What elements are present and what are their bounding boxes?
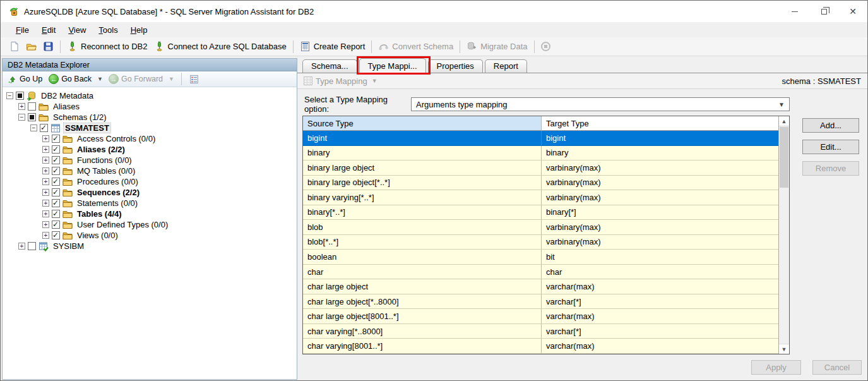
table-row[interactable]: char char [303, 265, 778, 280]
tree-expander[interactable]: + [42, 221, 49, 228]
edit-button[interactable]: Edit... [802, 140, 859, 154]
menu-item[interactable]: File [9, 23, 35, 37]
table-row[interactable]: blob varbinary(max) [303, 220, 778, 235]
table-row[interactable]: char varying[*..8000] varchar[*] [303, 324, 778, 339]
table-row[interactable]: binary large object varbinary(max) [303, 160, 778, 176]
menu-item[interactable]: Help [124, 23, 154, 37]
open-file-button[interactable] [23, 39, 40, 54]
save-button[interactable] [40, 39, 57, 54]
tab-schema[interactable]: Schema... [302, 59, 357, 73]
table-scrollbar[interactable]: ▲ ▼ [778, 116, 789, 354]
tree-checkbox[interactable] [52, 221, 60, 229]
new-file-button[interactable] [6, 39, 23, 54]
tree-item[interactable]: + User Defined Types (0/0) [3, 219, 297, 230]
tree-item[interactable]: + Aliases [3, 101, 297, 112]
tree-expander[interactable]: − [18, 114, 25, 121]
tree-checkbox[interactable] [40, 124, 48, 132]
tree-checkbox[interactable] [28, 102, 36, 111]
stop-button[interactable] [538, 40, 554, 53]
go-up-button[interactable]: Go Up [6, 73, 44, 85]
tree-checkbox[interactable] [52, 156, 60, 164]
tree-expander[interactable]: + [42, 146, 49, 153]
tree-item[interactable]: + Sequences (2/2) [3, 187, 297, 198]
go-back-button[interactable]: ← Go Back [47, 73, 93, 85]
close-button[interactable]: ✕ [838, 1, 867, 22]
tree-checkbox[interactable] [28, 242, 36, 250]
tab-type-mappi[interactable]: Type Mappi... [359, 58, 426, 73]
scroll-down-icon[interactable]: ▼ [779, 344, 789, 354]
mapping-option-combobox[interactable]: Arguments type mapping ▼ [411, 97, 790, 111]
tree-expander[interactable]: + [42, 178, 49, 185]
table-row[interactable]: boolean bit [303, 250, 778, 265]
table-row[interactable]: char large object varchar(max) [303, 279, 778, 294]
menu-item[interactable]: Edit [35, 23, 62, 37]
tree-item[interactable]: + Views (0/0) [3, 230, 297, 241]
tree-expander[interactable]: + [18, 103, 25, 110]
tree-checkbox[interactable] [52, 145, 60, 154]
table-row[interactable]: char varying[8001..*] varchar(max) [303, 339, 778, 354]
go-back-dropdown[interactable]: ▼ [96, 76, 104, 82]
cancel-button[interactable]: Cancel [812, 360, 862, 375]
type-mapping-menu-caret[interactable]: ▼ [372, 78, 378, 84]
tree-checkbox[interactable] [52, 199, 60, 207]
tree-expander[interactable]: + [18, 243, 25, 250]
tree-item[interactable]: + SYSIBM [3, 241, 297, 251]
table-row[interactable]: binary binary [303, 146, 778, 161]
tree-expander[interactable]: + [42, 210, 49, 217]
tree-expander[interactable]: + [42, 200, 49, 207]
column-header-target-type[interactable]: Target Type [542, 116, 778, 131]
tree-checkbox[interactable] [28, 113, 36, 121]
tree-expander[interactable]: − [6, 92, 13, 99]
tree-item[interactable]: + MQ Tables (0/0) [3, 166, 297, 176]
apply-button[interactable]: Apply [751, 360, 801, 375]
scrollbar-thumb[interactable] [780, 127, 788, 188]
tree-expander[interactable]: + [42, 135, 49, 142]
tree-expander[interactable]: − [30, 124, 37, 131]
tab-properties[interactable]: Properties [428, 59, 483, 73]
tree-checkbox[interactable] [52, 210, 60, 218]
minimize-button[interactable] [780, 1, 809, 22]
go-forward-dropdown[interactable]: ▼ [167, 76, 175, 82]
table-row[interactable]: bigint bigint [303, 131, 778, 146]
migrate-data-button[interactable]: Migrate Data [463, 39, 530, 54]
column-header-source-type[interactable]: Source Type [303, 116, 542, 131]
create-report-button[interactable]: Create Report [297, 39, 369, 54]
tree-expander[interactable]: + [42, 157, 49, 164]
connect-azure-button[interactable]: Connect to Azure SQL Database [151, 39, 290, 54]
tree-item[interactable]: + Functions (0/0) [3, 155, 297, 166]
tree-expander[interactable]: + [42, 167, 49, 174]
tree-checkbox[interactable] [52, 231, 60, 239]
tree-item[interactable]: + Statements (0/0) [3, 198, 297, 209]
tree-item[interactable]: + Tables (4/4) [3, 209, 297, 219]
convert-schema-button[interactable]: Convert Schema [375, 39, 456, 54]
tree-expander[interactable]: + [42, 232, 49, 239]
add-button[interactable]: Add... [802, 118, 859, 133]
table-row[interactable]: char large object[8001..*] varchar(max) [303, 309, 778, 324]
go-forward-button[interactable]: → Go Forward [107, 73, 165, 85]
tree-item[interactable]: − DB2 Metadata [3, 90, 297, 101]
tree-checkbox[interactable] [52, 188, 60, 197]
tree-item[interactable]: + Aliases (2/2) [3, 144, 297, 155]
tree-checkbox[interactable] [52, 178, 60, 186]
tree-expander[interactable]: + [42, 189, 49, 196]
menu-item[interactable]: Tools [92, 23, 124, 37]
tab-report[interactable]: Report [485, 59, 527, 73]
menu-item[interactable]: View [62, 23, 92, 37]
details-view-button[interactable] [187, 73, 201, 85]
tree-item[interactable]: − SSMATEST [3, 123, 297, 133]
table-row[interactable]: blob[*..*] varbinary(max) [303, 235, 778, 250]
tree-checkbox[interactable] [52, 167, 60, 175]
tree-item[interactable]: + Access Controls (0/0) [3, 133, 297, 144]
tree-checkbox[interactable] [16, 92, 24, 100]
scroll-up-icon[interactable]: ▲ [779, 116, 789, 126]
table-row[interactable]: char large object[*..8000] varchar[*] [303, 294, 778, 310]
tree-item[interactable]: + Procedures (0/0) [3, 176, 297, 187]
type-mapping-menu-button[interactable]: Type Mapping [316, 76, 367, 86]
table-row[interactable]: binary large object[*..*] varbinary(max) [303, 176, 778, 191]
tree-checkbox[interactable] [52, 135, 60, 143]
reconnect-db2-button[interactable]: Reconnect to DB2 [64, 39, 151, 54]
tree-item[interactable]: − Schemas (1/2) [3, 112, 297, 123]
table-row[interactable]: binary[*..*] binary[*] [303, 205, 778, 221]
restore-button[interactable] [809, 1, 838, 22]
remove-button[interactable]: Remove [802, 161, 859, 176]
